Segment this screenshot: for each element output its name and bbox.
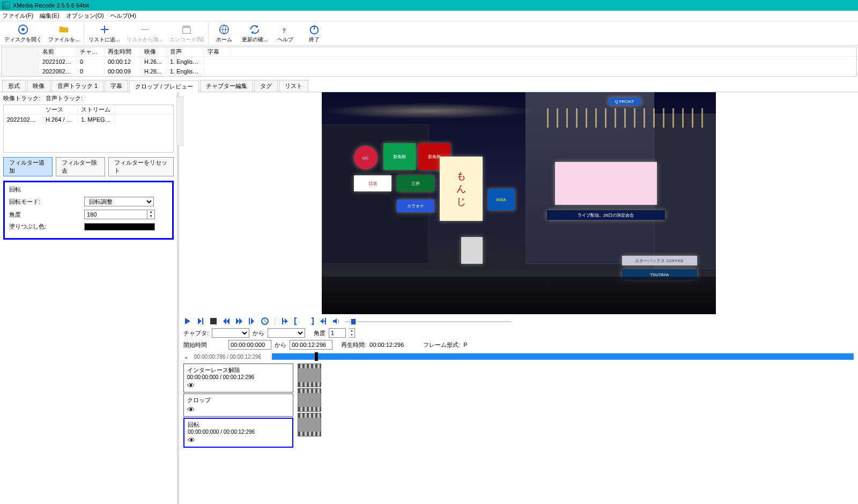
tab-list[interactable]: リスト xyxy=(279,80,308,92)
left-panel: 映像トラック: 音声トラック: ソース ストリーム 20221021_2... … xyxy=(0,92,177,504)
tab-crop-preview[interactable]: クロップ / プレビュー xyxy=(129,80,199,92)
track-col-source[interactable]: ソース xyxy=(42,106,78,114)
effect-item-rotate[interactable]: 回転 00:00:00:000 / 00:00:12:296 👁 xyxy=(183,418,293,448)
play-button[interactable] xyxy=(183,317,192,325)
track-row[interactable]: 20221021_2... H.264 / AV... 1. MPEG-4 ..… xyxy=(4,115,173,124)
remove-from-list-button[interactable]: リストから除... xyxy=(123,22,166,45)
tabs: 形式 映像 音声トラック 1 字幕 クロップ / プレビュー チャプター編集 タ… xyxy=(0,80,858,92)
svg-text:?: ? xyxy=(283,28,286,34)
end-time-input[interactable] xyxy=(290,340,332,350)
tab-subtitle[interactable]: 字幕 xyxy=(105,80,128,92)
fill-color-swatch[interactable] xyxy=(84,223,155,231)
open-file-button[interactable]: ファイルを... xyxy=(45,22,83,45)
timeline-collapse-icon[interactable]: ⌄ xyxy=(183,353,189,360)
next-button[interactable] xyxy=(196,317,205,325)
toolbar-separator xyxy=(84,23,84,44)
mark-in-button[interactable] xyxy=(280,317,289,325)
track-source: H.264 / AV... xyxy=(42,116,78,123)
eye-icon[interactable]: 👁 xyxy=(187,405,195,414)
help-label: ヘルプ xyxy=(277,36,293,43)
chapter-to-select[interactable] xyxy=(268,328,305,338)
tab-video[interactable]: 映像 xyxy=(27,80,50,92)
chapter-from-select[interactable] xyxy=(212,328,249,338)
stop-button[interactable] xyxy=(209,317,218,325)
bracket-close-button[interactable] xyxy=(306,317,315,325)
toolbar: ディスクを開く ファイルを... リストに追... リストから除... エンコー… xyxy=(0,21,858,46)
start-time-input[interactable] xyxy=(228,340,271,350)
add-to-list-button[interactable]: リストに追... xyxy=(85,22,123,45)
effect-time: 00:00:00:000 / 00:00:12:296 xyxy=(188,429,289,435)
rotate-angle-input[interactable] xyxy=(84,210,147,219)
bracket-open-button[interactable] xyxy=(293,317,302,325)
filter-add-button[interactable]: フィルター追加 xyxy=(3,157,53,176)
file-table-header: 名前 チャプター 再生時間 映像 音声 字幕 xyxy=(39,47,856,57)
effect-item-crop[interactable]: クロップ 👁 xyxy=(183,394,293,417)
film-thumbnail[interactable] xyxy=(298,388,321,412)
timeline-bar[interactable] xyxy=(272,353,854,360)
timeline-time: 00:00:00:786 / 00:00:12:296 xyxy=(194,354,261,360)
filter-remove-button[interactable]: フィルター除去 xyxy=(56,157,105,176)
col-chapter[interactable]: チャプター xyxy=(77,48,105,56)
eye-icon[interactable]: 👁 xyxy=(187,381,195,390)
menu-file[interactable]: ファイル(F) xyxy=(2,12,33,20)
rotate-mode-select[interactable]: 回転調整 xyxy=(84,197,154,206)
titlebar: XMedia Recode 3.5.5.6 64bit xyxy=(0,0,858,11)
home-button[interactable]: ホーム xyxy=(210,22,239,45)
spin-down-icon[interactable]: ▼ xyxy=(147,214,154,219)
open-disc-button[interactable]: ディスクを開く xyxy=(1,22,45,45)
menu-options[interactable]: オプション(O) xyxy=(66,12,104,20)
play-duration-label: 再生時間: xyxy=(341,341,366,349)
film-thumbnail[interactable] xyxy=(298,364,321,387)
mark-out-button[interactable] xyxy=(319,317,328,325)
filter-reset-button[interactable]: フィルターをリセット xyxy=(108,157,174,176)
exit-button[interactable]: 終了 xyxy=(300,22,329,45)
col-audio[interactable]: 音声 xyxy=(167,48,204,56)
control-angle-spinner[interactable]: ▲▼ xyxy=(349,328,355,338)
plus-icon xyxy=(99,24,110,35)
home-label: ホーム xyxy=(216,36,232,43)
col-name[interactable]: 名前 xyxy=(39,48,77,56)
effect-list: インターレース解除 00:00:00:000 / 00:00:12:296 👁 … xyxy=(183,364,854,449)
fast-forward-button[interactable] xyxy=(235,317,243,325)
update-button[interactable]: 更新の確... xyxy=(239,22,271,45)
col-subtitle[interactable]: 字幕 xyxy=(204,48,231,56)
col-video[interactable]: 映像 xyxy=(141,48,167,56)
track-stream: 1. MPEG-4 ... xyxy=(78,116,115,123)
jump-button[interactable] xyxy=(261,317,269,325)
file-table: 名前 チャプター 再生時間 映像 音声 字幕 20221021_... 0 00… xyxy=(1,47,857,77)
tab-format[interactable]: 形式 xyxy=(2,80,26,92)
encode-button[interactable]: エンコード(N) xyxy=(166,22,207,45)
track-col-stream[interactable]: ストリーム xyxy=(78,106,115,114)
menu-edit[interactable]: 編集(E) xyxy=(40,12,60,20)
file-row[interactable]: 20220821_... 0 00:00:09 H.26... 1. Engli… xyxy=(39,66,856,76)
volume-button[interactable] xyxy=(332,317,341,325)
angle-spinner[interactable]: ▲▼ xyxy=(147,210,155,219)
tab-chapter-edit[interactable]: チャプター編集 xyxy=(200,80,253,92)
help-button[interactable]: ? ヘルプ xyxy=(271,22,300,45)
menu-help[interactable]: ヘルプ(H) xyxy=(110,12,136,20)
folder-icon xyxy=(58,24,70,35)
app-icon xyxy=(2,2,10,9)
exit-label: 終了 xyxy=(309,36,320,43)
film-thumbnail[interactable] xyxy=(298,413,321,436)
eye-icon[interactable]: 👁 xyxy=(188,436,195,444)
tab-audio-track-1[interactable]: 音声トラック 1 xyxy=(51,80,103,92)
step-forward-button[interactable] xyxy=(248,317,256,325)
seek-slider[interactable] xyxy=(345,317,511,326)
rewind-button[interactable] xyxy=(222,317,231,325)
svg-rect-8 xyxy=(210,318,217,324)
col-duration[interactable]: 再生時間 xyxy=(105,48,141,56)
open-file-label: ファイルを... xyxy=(48,36,79,43)
update-label: 更新の確... xyxy=(242,36,268,43)
timeline-marker[interactable] xyxy=(315,352,318,361)
file-row[interactable]: 20221021_... 0 00:00:12 H.26... 1. Engli… xyxy=(39,57,856,66)
minus-icon xyxy=(139,24,151,35)
effect-item-deinterlace[interactable]: インターレース解除 00:00:00:000 / 00:00:12:296 👁 xyxy=(183,364,293,392)
spin-up-icon[interactable]: ▲ xyxy=(147,210,154,214)
tab-tag[interactable]: タグ xyxy=(254,80,278,92)
vertical-scrollbar[interactable] xyxy=(176,97,183,146)
svg-rect-9 xyxy=(249,318,250,324)
svg-rect-3 xyxy=(183,27,191,33)
track-file: 20221021_2... xyxy=(4,116,42,123)
control-angle-input[interactable] xyxy=(329,328,346,338)
